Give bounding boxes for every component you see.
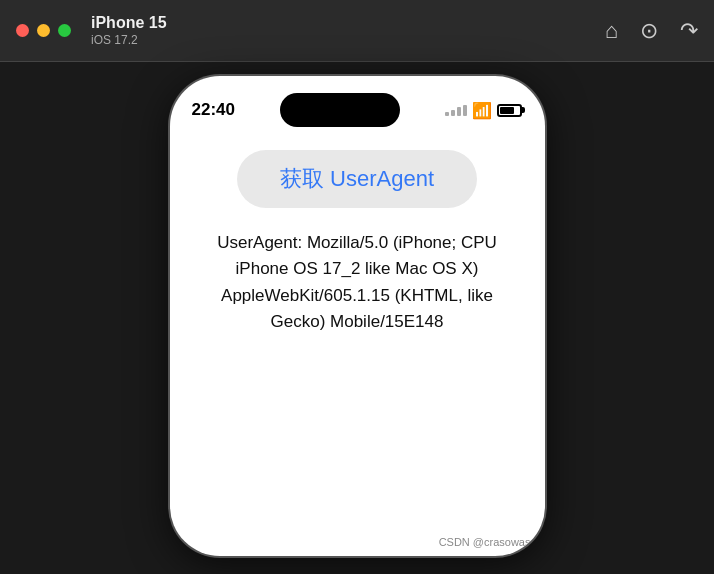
- screenshot-icon[interactable]: ⊙: [640, 18, 658, 44]
- rotate-icon[interactable]: ↷: [680, 18, 698, 44]
- status-time: 22:40: [192, 100, 235, 120]
- signal-bar-1: [445, 112, 449, 116]
- signal-bar-3: [457, 107, 461, 116]
- signal-bar-4: [463, 105, 467, 116]
- device-name: iPhone 15: [91, 14, 167, 32]
- titlebar: iPhone 15 iOS 17.2 ⌂ ⊙ ↷: [0, 0, 714, 62]
- useragent-text: UserAgent: Mozilla/5.0 (iPhone; CPU iPho…: [186, 230, 529, 335]
- titlebar-icons: ⌂ ⊙ ↷: [605, 18, 698, 44]
- battery-fill: [500, 107, 513, 114]
- dynamic-island: [280, 93, 400, 127]
- status-bar: 22:40 📶: [170, 76, 545, 130]
- battery-icon: [497, 104, 522, 117]
- device-os: iOS 17.2: [91, 33, 167, 47]
- maximize-button[interactable]: [58, 24, 71, 37]
- status-right: 📶: [445, 101, 522, 120]
- home-icon[interactable]: ⌂: [605, 18, 618, 44]
- device-info: iPhone 15 iOS 17.2: [91, 14, 167, 47]
- signal-bar-2: [451, 110, 455, 116]
- get-useragent-button[interactable]: 获取 UserAgent: [237, 150, 477, 208]
- wifi-icon: 📶: [472, 101, 492, 120]
- watermark: CSDN @crasowas: [439, 536, 531, 548]
- simulator-area: 22:40 📶 获取 UserAgent UserAg: [0, 62, 714, 574]
- traffic-lights: [16, 24, 71, 37]
- minimize-button[interactable]: [37, 24, 50, 37]
- iphone-frame: 22:40 📶 获取 UserAgent UserAg: [170, 76, 545, 556]
- signal-icon: [445, 105, 467, 116]
- app-content: 获取 UserAgent UserAgent: Mozilla/5.0 (iPh…: [170, 130, 545, 335]
- battery-body: [497, 104, 522, 117]
- close-button[interactable]: [16, 24, 29, 37]
